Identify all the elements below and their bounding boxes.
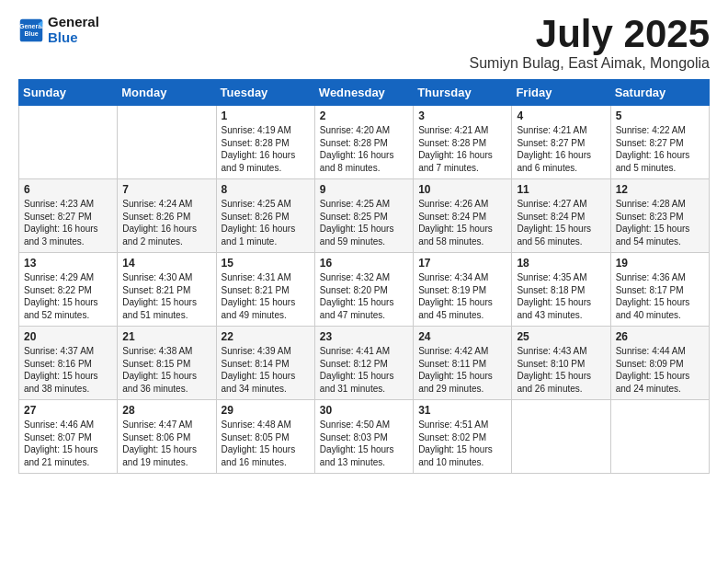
logo-icon: General Blue [18,17,44,43]
calendar-cell: 3Sunrise: 4:21 AMSunset: 8:28 PMDaylight… [414,106,512,179]
calendar-cell: 26Sunrise: 4:44 AMSunset: 8:09 PMDayligh… [610,327,709,400]
cell-text: Sunrise: 4:39 AMSunset: 8:14 PMDaylight:… [222,345,310,395]
day-number: 12 [616,183,704,196]
cell-text: Sunrise: 4:21 AMSunset: 8:28 PMDaylight:… [418,124,506,174]
day-number: 25 [517,330,605,343]
calendar-cell: 19Sunrise: 4:36 AMSunset: 8:17 PMDayligh… [610,253,709,327]
calendar-cell: 2Sunrise: 4:20 AMSunset: 8:28 PMDaylight… [314,106,413,179]
day-header-friday: Friday [512,80,610,106]
cell-text: Sunrise: 4:25 AMSunset: 8:25 PMDaylight:… [320,198,408,247]
cell-text: Sunrise: 4:26 AMSunset: 8:24 PMDaylight:… [418,198,506,247]
day-header-monday: Monday [118,80,216,106]
calendar-cell: 23Sunrise: 4:41 AMSunset: 8:12 PMDayligh… [314,327,413,400]
day-number: 6 [24,183,112,196]
calendar-cell: 14Sunrise: 4:30 AMSunset: 8:21 PMDayligh… [118,253,216,327]
cell-text: Sunrise: 4:24 AMSunset: 8:26 PMDaylight:… [122,198,210,247]
cell-text: Sunrise: 4:48 AMSunset: 8:05 PMDaylight:… [222,419,310,468]
cell-text: Sunrise: 4:50 AMSunset: 8:03 PMDaylight:… [320,419,408,468]
day-number: 20 [24,330,112,343]
calendar-cell: 9Sunrise: 4:25 AMSunset: 8:25 PMDaylight… [314,179,413,253]
calendar-cell [512,400,610,474]
calendar-cell: 17Sunrise: 4:34 AMSunset: 8:19 PMDayligh… [414,253,512,327]
day-number: 2 [320,109,408,122]
cell-text: Sunrise: 4:51 AMSunset: 8:02 PMDaylight:… [418,419,506,468]
day-number: 17 [418,257,506,270]
day-number: 13 [24,257,112,270]
calendar-week-row: 20Sunrise: 4:37 AMSunset: 8:16 PMDayligh… [19,327,710,400]
calendar-cell: 1Sunrise: 4:19 AMSunset: 8:28 PMDaylight… [216,106,314,179]
day-number: 26 [616,330,704,343]
calendar-cell: 4Sunrise: 4:21 AMSunset: 8:27 PMDaylight… [512,106,610,179]
cell-text: Sunrise: 4:27 AMSunset: 8:24 PMDaylight:… [517,198,605,247]
calendar-cell: 24Sunrise: 4:42 AMSunset: 8:11 PMDayligh… [414,327,512,400]
calendar-cell: 7Sunrise: 4:24 AMSunset: 8:26 PMDaylight… [118,179,216,253]
day-number: 10 [418,183,506,196]
calendar-header-row: SundayMondayTuesdayWednesdayThursdayFrid… [19,80,710,106]
day-number: 22 [222,330,310,343]
day-number: 21 [122,330,210,343]
day-header-saturday: Saturday [610,80,709,106]
calendar-cell: 16Sunrise: 4:32 AMSunset: 8:20 PMDayligh… [314,253,413,327]
calendar-cell [118,106,216,179]
cell-text: Sunrise: 4:21 AMSunset: 8:27 PMDaylight:… [517,124,605,174]
cell-text: Sunrise: 4:36 AMSunset: 8:17 PMDaylight:… [616,271,704,321]
logo-text: General Blue [48,15,99,45]
calendar-cell: 13Sunrise: 4:29 AMSunset: 8:22 PMDayligh… [19,253,118,327]
day-header-sunday: Sunday [19,80,118,106]
day-number: 27 [24,404,112,417]
day-number: 3 [418,109,506,122]
cell-text: Sunrise: 4:19 AMSunset: 8:28 PMDaylight:… [222,124,310,174]
calendar-cell: 28Sunrise: 4:47 AMSunset: 8:06 PMDayligh… [118,400,216,474]
day-number: 1 [222,109,310,122]
day-number: 9 [320,183,408,196]
day-number: 5 [616,109,704,122]
svg-text:Blue: Blue [24,30,38,37]
day-number: 14 [122,257,210,270]
cell-text: Sunrise: 4:38 AMSunset: 8:15 PMDaylight:… [122,345,210,395]
calendar-week-row: 27Sunrise: 4:46 AMSunset: 8:07 PMDayligh… [19,400,710,474]
calendar-cell: 22Sunrise: 4:39 AMSunset: 8:14 PMDayligh… [216,327,314,400]
day-number: 29 [222,404,310,417]
day-number: 24 [418,330,506,343]
day-number: 7 [122,183,210,196]
month-title: July 2025 [470,15,710,53]
calendar-cell: 25Sunrise: 4:43 AMSunset: 8:10 PMDayligh… [512,327,610,400]
calendar-cell: 8Sunrise: 4:25 AMSunset: 8:26 PMDaylight… [216,179,314,253]
logo: General Blue General Blue [18,15,99,45]
calendar-table: SundayMondayTuesdayWednesdayThursdayFrid… [18,79,710,474]
day-number: 31 [418,404,506,417]
day-header-tuesday: Tuesday [216,80,314,106]
day-number: 11 [517,183,605,196]
cell-text: Sunrise: 4:47 AMSunset: 8:06 PMDaylight:… [122,419,210,468]
calendar-cell: 18Sunrise: 4:35 AMSunset: 8:18 PMDayligh… [512,253,610,327]
day-number: 16 [320,257,408,270]
cell-text: Sunrise: 4:23 AMSunset: 8:27 PMDaylight:… [24,198,112,247]
calendar-cell: 12Sunrise: 4:28 AMSunset: 8:23 PMDayligh… [610,179,709,253]
calendar-cell: 27Sunrise: 4:46 AMSunset: 8:07 PMDayligh… [19,400,118,474]
calendar-cell: 20Sunrise: 4:37 AMSunset: 8:16 PMDayligh… [19,327,118,400]
cell-text: Sunrise: 4:28 AMSunset: 8:23 PMDaylight:… [616,198,704,247]
cell-text: Sunrise: 4:25 AMSunset: 8:26 PMDaylight:… [222,198,310,247]
title-block: July 2025 Sumiyn Bulag, East Aimak, Mong… [470,15,710,72]
calendar-cell [610,400,709,474]
page-header: General Blue General Blue July 2025 Sumi… [18,15,710,72]
location: Sumiyn Bulag, East Aimak, Mongolia [470,55,710,72]
day-number: 15 [222,257,310,270]
day-number: 4 [517,109,605,122]
day-number: 28 [122,404,210,417]
cell-text: Sunrise: 4:42 AMSunset: 8:11 PMDaylight:… [418,345,506,395]
cell-text: Sunrise: 4:35 AMSunset: 8:18 PMDaylight:… [517,271,605,321]
calendar-week-row: 1Sunrise: 4:19 AMSunset: 8:28 PMDaylight… [19,106,710,179]
cell-text: Sunrise: 4:20 AMSunset: 8:28 PMDaylight:… [320,124,408,174]
calendar-cell: 31Sunrise: 4:51 AMSunset: 8:02 PMDayligh… [414,400,512,474]
calendar-cell: 11Sunrise: 4:27 AMSunset: 8:24 PMDayligh… [512,179,610,253]
cell-text: Sunrise: 4:37 AMSunset: 8:16 PMDaylight:… [24,345,112,395]
cell-text: Sunrise: 4:44 AMSunset: 8:09 PMDaylight:… [616,345,704,395]
day-number: 30 [320,404,408,417]
calendar-cell: 30Sunrise: 4:50 AMSunset: 8:03 PMDayligh… [314,400,413,474]
cell-text: Sunrise: 4:31 AMSunset: 8:21 PMDaylight:… [222,271,310,321]
cell-text: Sunrise: 4:32 AMSunset: 8:20 PMDaylight:… [320,271,408,321]
calendar-week-row: 13Sunrise: 4:29 AMSunset: 8:22 PMDayligh… [19,253,710,327]
calendar-cell: 5Sunrise: 4:22 AMSunset: 8:27 PMDaylight… [610,106,709,179]
calendar-cell: 21Sunrise: 4:38 AMSunset: 8:15 PMDayligh… [118,327,216,400]
